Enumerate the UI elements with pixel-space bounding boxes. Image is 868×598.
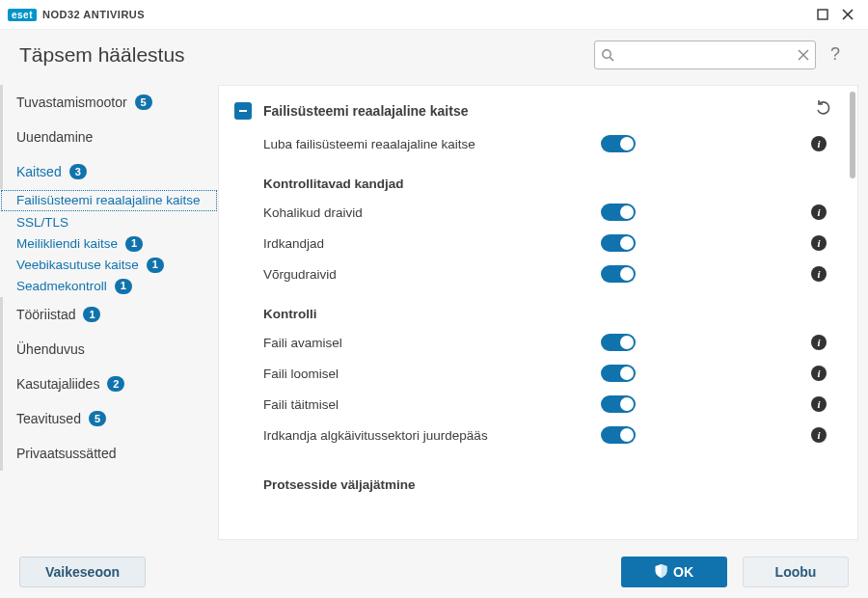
media-row-2: Võrgudraividi [234,258,832,289]
sidebar-badge: 5 [135,95,152,110]
sidebar-item-4[interactable]: SSL/TLS [0,212,218,233]
group-scan-label: Kontrolli [234,289,832,327]
sidebar-item-label: Failisüsteemi reaalajaline kaitse [16,192,201,209]
media-label: Irdkandjad [263,236,601,251]
brand-product: NOD32 ANTIVIRUS [42,9,145,20]
sidebar-item-0[interactable]: Tuvastamismootor5 [0,85,218,120]
sidebar-item-label: Tööriistad [16,307,75,322]
sidebar-badge: 1 [125,236,143,252]
info-icon[interactable]: i [811,396,827,412]
sidebar-item-7[interactable]: Seadmekontroll1 [0,276,218,297]
sidebar-item-label: Veebikasutuse kaitse [16,257,139,274]
info-icon[interactable]: i [811,366,827,381]
sidebar-item-12[interactable]: Privaatsussätted [0,436,218,471]
search-input[interactable] [620,47,792,62]
sidebar-item-1[interactable]: Uuendamine [0,120,218,154]
section-title: Failisüsteemi reaalajaline kaitse [263,103,468,119]
sidebar-badge: 5 [89,411,106,426]
info-icon[interactable]: i [811,204,827,220]
ok-button[interactable]: OK [621,557,727,587]
clear-search-icon[interactable] [798,49,809,61]
group-processes-label: Protsesside väljajätmine [234,450,832,498]
sidebar-item-label: Uuendamine [16,129,93,145]
sidebar-badge: 2 [107,376,124,392]
search-box[interactable] [594,41,816,69]
media-toggle-0[interactable] [601,204,636,221]
sidebar-item-10[interactable]: Kasutajaliides2 [0,367,218,401]
shield-icon [655,564,667,581]
window-maximize-button[interactable] [810,2,835,27]
sidebar: Tuvastamismootor5UuendamineKaitsed3Faili… [0,79,218,546]
revert-icon[interactable] [815,100,832,122]
scrollbar-track[interactable] [850,92,855,533]
footer: Vaikeseoon OK Loobu [0,546,868,598]
cancel-button-label: Loobu [775,564,817,580]
sidebar-item-5[interactable]: Meilikliendi kaitse1 [0,233,218,255]
info-icon[interactable]: i [811,335,827,350]
svg-rect-0 [818,10,827,19]
titlebar: eset NOD32 ANTIVIRUS [0,0,868,29]
scan-row-1: Faili loomiseli [234,358,832,389]
sidebar-item-label: Kaitsed [16,164,62,179]
brand-badge: eset [8,9,37,21]
enable-realtime-toggle[interactable] [601,135,636,152]
media-label: Kohalikud draivid [263,205,601,220]
collapse-icon[interactable] [234,102,252,120]
media-toggle-2[interactable] [601,265,636,283]
scan-label: Faili loomisel [263,367,601,381]
window-close-button[interactable] [835,2,860,27]
sidebar-item-9[interactable]: Ühenduvus [0,332,218,367]
ok-button-label: OK [673,564,693,580]
sidebar-badge: 1 [83,307,100,322]
svg-line-4 [610,57,613,61]
content-panel: Failisüsteemi reaalajaline kaitse Luba f… [218,85,858,540]
info-icon[interactable]: i [811,427,827,443]
sidebar-item-3[interactable]: Failisüsteemi reaalajaline kaitse [0,189,218,212]
search-icon [601,48,614,62]
enable-realtime-label: Luba failisüsteemi reaalajaline kaitse [263,137,601,151]
default-button[interactable]: Vaikeseoon [19,557,146,587]
sidebar-item-label: Privaatsussätted [16,446,117,461]
cancel-button[interactable]: Loobu [743,557,849,587]
scan-row-2: Faili täitmiseli [234,389,832,420]
brand: eset NOD32 ANTIVIRUS [8,9,145,21]
header: Täpsem häälestus ? [0,29,868,79]
scrollbar-thumb[interactable] [850,92,855,178]
scan-label: Faili täitmisel [263,397,601,412]
help-button[interactable]: ? [822,44,849,65]
sidebar-item-label: Kasutajaliides [16,376,99,392]
page-title: Täpsem häälestus [19,43,185,67]
scan-toggle-3[interactable] [601,426,636,444]
section-header: Failisüsteemi reaalajaline kaitse [234,86,832,128]
scan-row-0: Faili avamiseli [234,327,832,358]
default-button-label: Vaikeseoon [45,564,120,580]
scan-row-3: Irdkandja algkäivitussektori juurdepääsi [234,420,832,450]
sidebar-item-label: Seadmekontroll [16,278,107,295]
media-label: Võrgudraivid [263,267,601,282]
sidebar-item-label: SSL/TLS [16,214,68,231]
scan-label: Faili avamisel [263,336,601,350]
sidebar-badge: 1 [147,258,164,273]
sidebar-item-11[interactable]: Teavitused5 [0,401,218,436]
info-icon[interactable]: i [811,266,827,282]
scan-toggle-1[interactable] [601,365,636,382]
sidebar-item-label: Ühenduvus [16,341,85,357]
info-icon[interactable]: i [811,136,827,151]
media-row-1: Irdkandjadi [234,228,832,258]
group-media-label: Kontrollitavad kandjad [234,159,832,197]
sidebar-item-label: Teavitused [16,411,81,426]
scan-toggle-0[interactable] [601,334,636,351]
scan-toggle-2[interactable] [601,395,636,413]
svg-point-3 [603,49,610,57]
sidebar-badge: 3 [69,164,87,179]
sidebar-item-label: Tuvastamismootor [16,95,127,110]
info-icon[interactable]: i [811,235,827,251]
sidebar-item-6[interactable]: Veebikasutuse kaitse1 [0,255,218,276]
media-toggle-1[interactable] [601,234,636,252]
sidebar-item-2[interactable]: Kaitsed3 [0,154,218,189]
sidebar-badge: 1 [115,279,132,294]
enable-realtime-row: Luba failisüsteemi reaalajaline kaitse i [234,128,832,159]
sidebar-item-label: Meilikliendi kaitse [16,235,118,253]
media-row-0: Kohalikud draividi [234,197,832,228]
sidebar-item-8[interactable]: Tööriistad1 [0,297,218,332]
